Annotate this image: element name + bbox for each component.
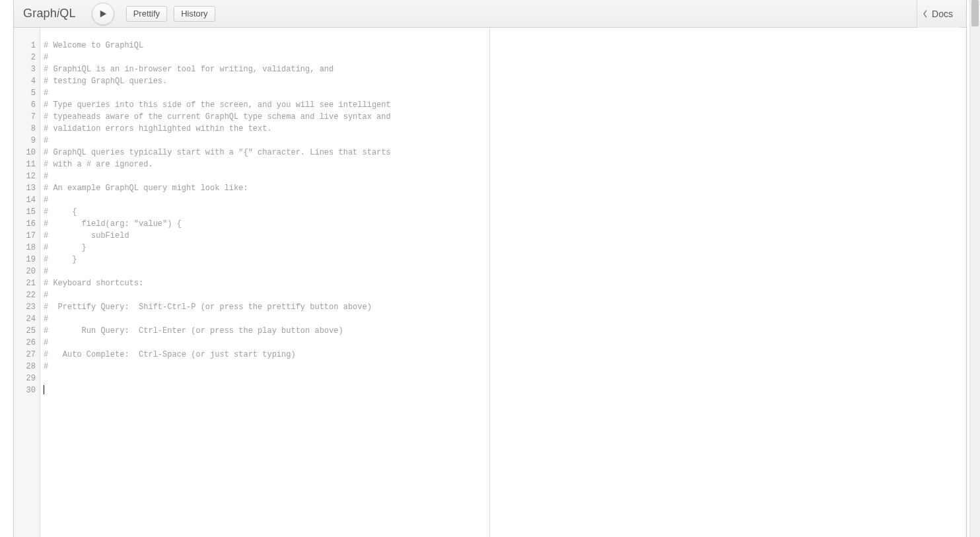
code-line[interactable]: #: [44, 135, 489, 147]
line-number: 19: [14, 254, 40, 266]
code-line[interactable]: # Type queries into this side of the scr…: [44, 99, 489, 111]
code-line[interactable]: # }: [44, 242, 489, 254]
code-line[interactable]: # subField: [44, 230, 489, 242]
code-line[interactable]: # typeaheads aware of the current GraphQ…: [44, 111, 489, 123]
code-line[interactable]: # field(arg: "value") {: [44, 218, 489, 230]
code-line[interactable]: # Auto Complete: Ctrl-Space (or just sta…: [44, 349, 489, 361]
scrollbar-thumb[interactable]: [971, 0, 979, 26]
code-line[interactable]: # An example GraphQL query might look li…: [44, 182, 489, 194]
code-line[interactable]: #: [44, 289, 489, 301]
line-number: 8: [14, 123, 40, 135]
code-line[interactable]: # with a # are ignored.: [44, 159, 489, 170]
code-line[interactable]: #: [44, 361, 489, 373]
play-icon: [98, 9, 108, 18]
prettify-button[interactable]: Prettify: [126, 6, 167, 22]
line-number: 12: [14, 170, 40, 182]
code-line[interactable]: #: [44, 170, 489, 182]
code-line[interactable]: # Welcome to GraphiQL: [44, 40, 489, 52]
line-number: 15: [14, 206, 40, 218]
line-number: 13: [14, 182, 40, 194]
line-number: 17: [14, 230, 40, 242]
code-line[interactable]: #: [44, 194, 489, 206]
line-number: 28: [14, 361, 40, 373]
workspace: 1234567891011121314151617181920212223242…: [14, 28, 966, 537]
window-scrollbar[interactable]: [969, 0, 980, 537]
text-cursor: [44, 385, 44, 394]
line-number: 10: [14, 147, 40, 159]
docs-label: Docs: [932, 9, 953, 19]
code-line[interactable]: # validation errors highlighted within t…: [44, 123, 489, 135]
line-number: 18: [14, 242, 40, 254]
docs-button[interactable]: Docs: [917, 0, 960, 28]
line-number: 29: [14, 373, 40, 384]
line-number-gutter: 1234567891011121314151617181920212223242…: [14, 28, 40, 537]
line-number: 26: [14, 337, 40, 349]
line-number: 30: [14, 384, 40, 396]
line-number: 14: [14, 194, 40, 206]
logo-part-2: QL: [59, 7, 75, 20]
code-line[interactable]: #: [44, 337, 489, 349]
toolbar: GraphiQL Prettify History Docs: [14, 0, 966, 28]
code-line[interactable]: #: [44, 313, 489, 325]
code-line[interactable]: [44, 384, 489, 396]
code-line[interactable]: #: [44, 87, 489, 99]
history-button[interactable]: History: [174, 6, 215, 22]
result-pane: [490, 28, 966, 537]
line-number: 7: [14, 111, 40, 123]
line-number: 24: [14, 313, 40, 325]
run-button[interactable]: [92, 3, 114, 25]
code-line[interactable]: #: [44, 52, 489, 63]
code-line[interactable]: # }: [44, 254, 489, 266]
line-number: 20: [14, 266, 40, 277]
line-number: 25: [14, 325, 40, 337]
code-line[interactable]: # testing GraphQL queries.: [44, 75, 489, 87]
code-line[interactable]: # GraphiQL is an in-browser tool for wri…: [44, 63, 489, 75]
line-number: 22: [14, 289, 40, 301]
code-line[interactable]: #: [44, 266, 489, 277]
line-number: 11: [14, 159, 40, 170]
app-logo: GraphiQL: [23, 7, 76, 20]
line-number: 3: [14, 63, 40, 75]
code-line[interactable]: # Keyboard shortcuts:: [44, 277, 489, 289]
code-line[interactable]: # GraphQL queries typically start with a…: [44, 147, 489, 159]
line-number: 27: [14, 349, 40, 361]
query-editor[interactable]: # Welcome to GraphiQL## GraphiQL is an i…: [40, 28, 489, 537]
line-number: 5: [14, 87, 40, 99]
line-number: 6: [14, 99, 40, 111]
code-line[interactable]: # Run Query: Ctrl-Enter (or press the pl…: [44, 325, 489, 337]
chevron-left-icon: [921, 9, 929, 19]
code-line[interactable]: # Prettify Query: Shift-Ctrl-P (or press…: [44, 301, 489, 313]
line-number: 16: [14, 218, 40, 230]
code-line[interactable]: # {: [44, 206, 489, 218]
line-number: 1: [14, 40, 40, 52]
query-editor-pane: 1234567891011121314151617181920212223242…: [14, 28, 490, 537]
line-number: 4: [14, 75, 40, 87]
logo-part-1: Graph: [23, 7, 57, 20]
code-line[interactable]: [44, 373, 489, 384]
line-number: 23: [14, 301, 40, 313]
line-number: 21: [14, 277, 40, 289]
line-number: 9: [14, 135, 40, 147]
line-number: 2: [14, 52, 40, 63]
